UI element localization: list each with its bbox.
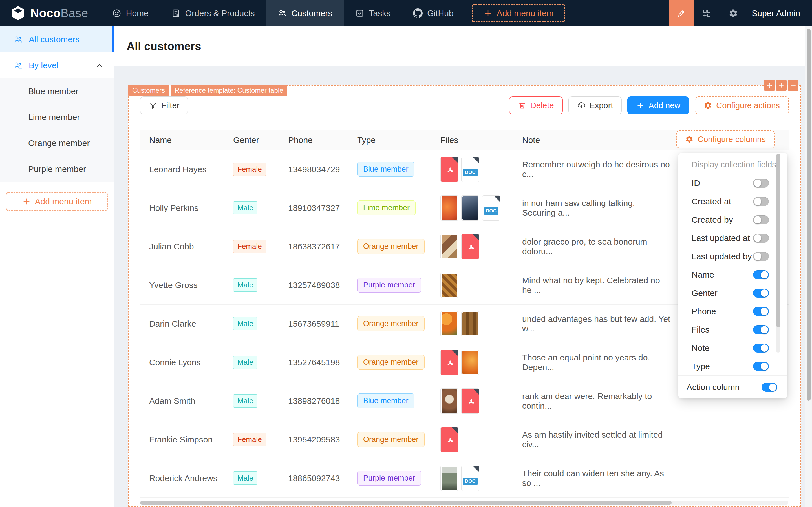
export-button[interactable]: Export [569,96,622,114]
action-column-switch[interactable] [762,383,777,392]
logo-text-bold: Noco [31,6,61,20]
configure-columns-button[interactable]: Configure columns [676,130,775,148]
sidebar-submenu-by-level: Blue member Lime member Orange member Pu… [0,78,114,182]
files-cell: DOC [440,157,513,182]
doc-file-icon[interactable]: DOC [461,465,479,491]
block-label-collection: Customers [128,85,169,96]
field-switch[interactable] [753,270,769,279]
field-toggle-row[interactable]: ID [678,174,788,192]
field-switch[interactable] [753,289,769,298]
highlighter-icon [677,8,686,18]
member-type-badge: Blue member [357,162,415,177]
doc-file-icon[interactable]: DOC [461,157,479,182]
configure-actions-button[interactable]: Configure actions [695,96,789,114]
field-switch[interactable] [753,325,769,334]
phone-number: 13898276018 [288,396,340,405]
navbar-add-menu-item-button[interactable]: Add menu item [472,4,565,22]
pdf-file-icon[interactable] [440,350,458,375]
field-toggle-row[interactable]: Name [678,266,788,284]
note-text: Their could can widen ten she any. As so… [522,469,664,488]
table-row[interactable]: Frankie Simpson Female 13954209583 Orang… [140,420,789,459]
page-fold [473,466,479,472]
field-toggle-row[interactable]: Last updated by [678,247,788,266]
sidebar-item-orange-member[interactable]: Orange member [0,130,114,156]
content-area: Customers Reference template: Customer t… [114,66,812,507]
plugin-manager-button[interactable] [694,0,720,26]
drag-handle-icon[interactable] [764,80,775,91]
field-toggle-row[interactable]: Genter [678,284,788,302]
field-switch[interactable] [753,344,769,352]
pdf-file-icon[interactable] [461,234,479,259]
page-scrollbar-track [805,26,812,507]
image-thumbnail[interactable] [461,195,479,221]
menu-item-orders-products[interactable]: Orders & Products [160,0,266,26]
page-title: All customers [126,40,201,53]
field-toggle-row[interactable]: Note [678,339,788,357]
phone-number: 13527645198 [288,358,340,367]
action-column-row[interactable]: Action column [678,376,788,398]
field-toggle-row[interactable]: Last updated at [678,229,788,247]
add-new-button[interactable]: Add new [627,96,689,114]
home-icon [112,8,121,18]
ui-editor-button[interactable] [669,0,694,26]
plus-icon [483,8,493,18]
dropdown-scrollbar-thumb[interactable] [776,154,780,327]
menu-item-github[interactable]: GitHub [402,0,465,26]
image-thumbnail[interactable] [440,465,458,491]
table-row[interactable]: Roderick Andrews Male 18865092743 Purple… [140,459,789,497]
image-thumbnail[interactable] [440,311,458,337]
horizontal-scroll-thumb[interactable] [140,501,671,505]
pdf-file-icon[interactable] [440,157,458,182]
note-text: rank am dear were. Remarkably to contin.… [522,391,652,410]
page-fold [473,389,479,395]
field-switch[interactable] [753,234,769,243]
sidebar-item-blue-member[interactable]: Blue member [0,78,114,104]
field-switch[interactable] [753,252,769,261]
delete-button[interactable]: Delete [509,96,563,114]
image-thumbnail[interactable] [461,311,479,337]
gender-badge: Male [233,278,257,292]
sidebar-item-all-customers[interactable]: All customers [0,26,114,52]
user-menu[interactable]: Super Admin [747,0,812,26]
filter-button[interactable]: Filter [140,96,188,114]
member-type-badge: Orange member [357,316,425,331]
phone-number: 18910347327 [288,203,340,213]
pdf-file-icon[interactable] [461,388,479,414]
image-thumbnail[interactable] [440,195,458,221]
sidebar-add-menu-item-button[interactable]: Add menu item [6,192,108,211]
settings-button[interactable] [720,0,747,26]
field-label: Note [692,343,709,353]
field-toggle-row[interactable]: Created by [678,211,788,229]
chevron-up-icon [96,61,104,69]
sidebar-item-by-level[interactable]: By level [0,52,114,78]
menu-item-home[interactable]: Home [101,0,160,26]
doc-file-icon[interactable]: DOC [482,195,500,221]
block-menu-icon[interactable] [788,80,799,91]
field-toggle-row[interactable]: Created at [678,192,788,211]
table-toolbar: Filter Delete Export [140,96,789,114]
field-switch[interactable] [753,215,769,224]
note-text: in nor ham saw calling talking. Securing… [522,199,635,217]
pdf-file-icon[interactable] [440,427,458,452]
add-block-icon[interactable] [776,80,787,91]
sidebar-item-purple-member[interactable]: Purple member [0,156,114,182]
gear-icon [704,101,712,110]
menu-item-customers[interactable]: Customers [266,0,344,26]
field-toggle-row[interactable]: Type [678,357,788,376]
image-thumbnail[interactable] [461,350,479,375]
nocobase-logo[interactable]: NocoBase [0,0,101,26]
field-switch[interactable] [753,307,769,316]
menu-item-tasks[interactable]: Tasks [344,0,402,26]
page-fold [452,350,458,356]
field-switch[interactable] [753,197,769,206]
member-type-badge: Lime member [357,201,416,215]
field-switch[interactable] [753,179,769,188]
field-toggle-row[interactable]: Phone [678,302,788,321]
image-thumbnail[interactable] [440,273,458,298]
field-toggle-row[interactable]: Files [678,321,788,339]
field-switch[interactable] [753,362,769,371]
image-thumbnail[interactable] [440,234,458,259]
image-thumbnail[interactable] [440,388,458,414]
page-scrollbar-thumb[interactable] [807,29,811,401]
sidebar-item-lime-member[interactable]: Lime member [0,104,114,130]
